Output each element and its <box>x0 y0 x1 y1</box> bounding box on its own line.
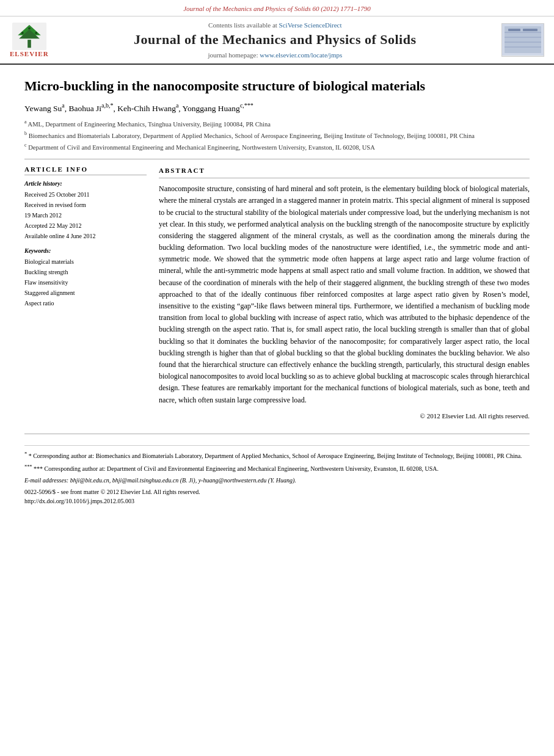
abstract-section-label: ABSTRACT <box>159 165 530 179</box>
keyword-5: Aspect ratio <box>24 298 147 308</box>
article-info-section-label: ARTICLE INFO <box>24 165 147 175</box>
journal-thumbnail <box>501 23 544 57</box>
elsevier-tree-icon <box>11 23 48 50</box>
content-lists-line: Contents lists available at SciVerse Sci… <box>49 21 501 29</box>
elsevier-brand-text: ELSEVIER <box>10 50 49 57</box>
footnote-emails: E-mail addresses: bhji@bit.edu.cn, bhji@… <box>24 476 530 485</box>
footnotes-section: * * Corresponding author at: Biomechanic… <box>24 434 530 506</box>
svg-point-6 <box>35 32 37 34</box>
svg-rect-13 <box>508 29 520 31</box>
top-bar: Journal of the Mechanics and Physics of … <box>0 0 554 16</box>
sciverse-link[interactable]: SciVerse ScienceDirect <box>279 21 342 29</box>
affiliations: a AML, Department of Engineering Mechani… <box>24 118 530 153</box>
main-content: Micro-buckling in the nanocomposite stru… <box>0 65 554 518</box>
keywords-list: Biological materials Buckling strength F… <box>24 256 147 308</box>
available-date: Available online 4 June 2012 <box>24 231 147 241</box>
keyword-1: Biological materials <box>24 256 147 267</box>
svg-rect-14 <box>523 29 538 31</box>
received-date: Received 25 October 2011 <box>24 189 147 200</box>
keyword-4: Staggered alignment <box>24 288 147 298</box>
citation-text: Journal of the Mechanics and Physics of … <box>183 5 371 12</box>
header-divider <box>24 159 530 159</box>
article-info-col: ARTICLE INFO Article history: Received 2… <box>24 165 147 422</box>
journal-header-center: Contents lists available at SciVerse Sci… <box>49 21 501 59</box>
keyword-2: Buckling strength <box>24 267 147 277</box>
footnote-corresponding-a: * * Corresponding author at: Biomechanic… <box>24 451 530 460</box>
article-body: ARTICLE INFO Article history: Received 2… <box>24 165 530 422</box>
article-title: Micro-buckling in the nanocomposite stru… <box>24 77 530 95</box>
journal-homepage: journal homepage: www.elsevier.com/locat… <box>49 51 501 59</box>
journal-header: ELSEVIER Contents lists available at Sci… <box>0 16 554 65</box>
authors: Yewang Sua, Baohua Jia,b,*, Keh-Chih Hwa… <box>24 102 530 114</box>
accepted-date: Accepted 22 May 2012 <box>24 220 147 231</box>
abstract-text: Nanocomposite structure, consisting of h… <box>159 183 530 406</box>
elsevier-logo: ELSEVIER <box>10 23 49 57</box>
svg-rect-1 <box>27 40 31 48</box>
svg-point-5 <box>28 27 31 29</box>
homepage-url[interactable]: www.elsevier.com/locate/jmps <box>260 51 342 59</box>
svg-point-4 <box>21 32 24 34</box>
copyright-line: © 2012 Elsevier Ltd. All rights reserved… <box>159 411 530 422</box>
history-label: Article history: <box>24 180 147 187</box>
footnote-corresponding-c: *** *** Corresponding author at: Departm… <box>24 463 530 473</box>
abstract-col: ABSTRACT Nanocomposite structure, consis… <box>159 165 530 422</box>
keyword-3: Flaw insensitivity <box>24 277 147 288</box>
issn-line: 0022-5096/$ - see front matter © 2012 El… <box>24 487 530 506</box>
journal-title: Journal of the Mechanics and Physics of … <box>49 31 501 49</box>
footnote-divider <box>24 445 530 448</box>
received-revised-date: Received in revised form19 March 2012 <box>24 200 147 220</box>
article-dates: Received 25 October 2011 Received in rev… <box>24 189 147 241</box>
journal-cover-icon <box>502 24 544 56</box>
keywords-label: Keywords: <box>24 247 147 254</box>
